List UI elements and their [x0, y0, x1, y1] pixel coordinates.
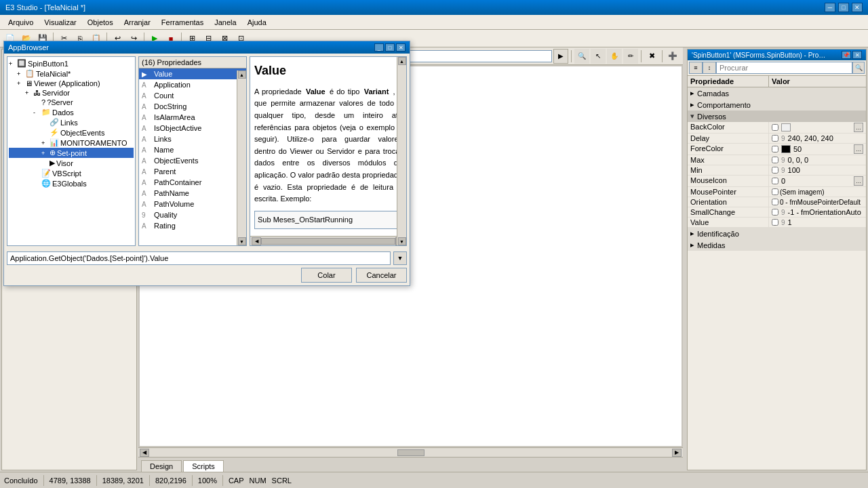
dlg-prop-item-application[interactable]: A Application — [139, 79, 246, 90]
prop-icon-a11: A — [142, 190, 151, 197]
prop-icon-a6: A — [142, 136, 151, 143]
dlg-tree-servidor[interactable]: + 🖧 Servidor — [9, 88, 134, 98]
dlg-prop-item-docstring[interactable]: A DocString — [139, 101, 246, 112]
desc-scroll-up[interactable]: ▲ — [398, 57, 406, 65]
input-expand-button[interactable]: ▼ — [393, 251, 407, 265]
desc-hscrollbar[interactable]: ◀ ▶ — [250, 236, 406, 245]
dialog-title-controls: _ □ ✕ — [374, 43, 406, 52]
dialog-title-text: AppBrowser — [8, 43, 49, 52]
dlg-tree-objectevents[interactable]: ⚡ ObjectEvents — [9, 127, 134, 138]
appbrowser-dialog: AppBrowser _ □ ✕ + 🔲 SpinButton1 — [3, 41, 410, 286]
dlg-prop-item-parent[interactable]: A Parent — [139, 166, 246, 177]
desc-hscroll-left[interactable]: ◀ — [252, 237, 261, 245]
dlg-prop-item-pathcontainer[interactable]: A PathContainer — [139, 177, 246, 188]
dialog-title-bar: AppBrowser _ □ ✕ — [4, 41, 410, 54]
dlg-tree-dados[interactable]: - 📁 Dados — [9, 107, 134, 117]
prop-scroll-down[interactable]: ▼ — [238, 237, 246, 245]
dlg-prop-item-objectevents[interactable]: A ObjectEvents — [139, 155, 246, 166]
cancel-button[interactable]: Cancelar — [356, 268, 407, 283]
dlg-desc-panel: Value A propriedade Value é do tipo Vari… — [250, 56, 407, 246]
dlg-desc-content: Value A propriedade Value é do tipo Vari… — [250, 57, 406, 236]
dlg-tree-spinbutton[interactable]: + 🔲 SpinButton1 — [9, 58, 134, 68]
desc-body: A propriedade Value é do tipo Variant , … — [254, 86, 402, 205]
prop-icon-a4: A — [142, 114, 151, 121]
prop-icon-a10: A — [142, 179, 151, 186]
dlg-prop-panel: (16) Propriedades ▶ Value A Application — [138, 56, 247, 246]
dlg-prop-item-quality[interactable]: 9 Quality — [139, 209, 246, 220]
ok-button[interactable]: Colar — [301, 268, 352, 283]
dlg-prop-item-isalarmarea[interactable]: A IsAlarmArea — [139, 112, 246, 123]
prop-icon-value: ▶ — [142, 70, 151, 78]
dlg-tree-e3globals[interactable]: 🌐 E3Globals — [9, 178, 134, 188]
dlg-tree-viewer[interactable]: + 🖥 Viewer (Application) — [9, 79, 134, 88]
prop-icon-a5: A — [142, 125, 151, 132]
dlg-prop-item-count[interactable]: A Count — [139, 90, 246, 101]
dlg-prop-item-rating[interactable]: A Rating — [139, 220, 246, 231]
dialog-bottom: ▼ Colar Cancelar — [4, 249, 410, 285]
dialog-input[interactable] — [7, 251, 391, 265]
prop-icon-a3: A — [142, 103, 151, 110]
prop-icon-a9: A — [142, 168, 151, 176]
dlg-prop-item-links[interactable]: A Links — [139, 134, 246, 144]
prop-scroll-up[interactable]: ▲ — [238, 70, 246, 79]
dialog-content: + 🔲 SpinButton1 + 📋 TelaNicial* + 🖥 View… — [4, 54, 410, 249]
dlg-prop-header: (16) Propriedades — [139, 57, 246, 68]
dlg-tree-qserver[interactable]: ? ?Server — [9, 98, 134, 107]
prop-icon-9: 9 — [142, 211, 151, 219]
desc-title: Value — [254, 61, 402, 81]
dlg-prop-item-value[interactable]: ▶ Value — [139, 68, 246, 79]
dlg-tree-setpoint[interactable]: + ⊕ Set-point — [9, 148, 134, 158]
dialog-input-row: ▼ — [7, 251, 407, 265]
dialog-overlay: AppBrowser _ □ ✕ + 🔲 SpinButton1 — [0, 0, 868, 488]
dlg-prop-list: ▶ Value A Application A Count A — [139, 68, 246, 245]
dlg-tree-visor[interactable]: ▶ Visor — [9, 158, 134, 168]
desc-scrollbar[interactable]: ▲ ▼ — [397, 57, 406, 245]
desc-scroll-down[interactable]: ▼ — [398, 237, 406, 245]
prop-icon-a12: A — [142, 201, 151, 208]
prop-icon-a14: A — [142, 222, 151, 230]
dialog-maximize-button[interactable]: □ — [385, 43, 395, 52]
dlg-tree-monitoramento[interactable]: + 📊 MONITORAMENTO — [9, 138, 134, 148]
prop-icon-a1: A — [142, 81, 151, 89]
desc-code-box: Sub Meses_OnStartRunning — [254, 211, 402, 230]
prop-icon-a7: A — [142, 146, 151, 154]
dlg-tree-panel: + 🔲 SpinButton1 + 📋 TelaNicial* + 🖥 View… — [7, 56, 136, 246]
prop-icon-a2: A — [142, 92, 151, 100]
prop-scrollbar[interactable]: ▲ ▼ — [237, 70, 246, 245]
dlg-tree-telanicial[interactable]: + 📋 TelaNicial* — [9, 68, 134, 79]
dlg-tree-vbscript[interactable]: 📝 VBScript — [9, 168, 134, 178]
dialog-pin-button[interactable]: _ — [374, 43, 384, 52]
dlg-prop-item-name[interactable]: A Name — [139, 144, 246, 155]
dialog-buttons: Colar Cancelar — [7, 268, 407, 283]
dlg-prop-item-isobjectactive[interactable]: A IsObjectActive — [139, 123, 246, 134]
prop-icon-a8: A — [142, 157, 151, 165]
dialog-close-button[interactable]: ✕ — [396, 43, 406, 52]
dlg-tree-links[interactable]: 🔗 Links — [9, 117, 134, 127]
desc-hscroll-thumb[interactable] — [261, 238, 395, 245]
dlg-prop-item-pathname[interactable]: A PathName — [139, 188, 246, 199]
dlg-prop-item-pathvolume[interactable]: A PathVolume — [139, 199, 246, 209]
